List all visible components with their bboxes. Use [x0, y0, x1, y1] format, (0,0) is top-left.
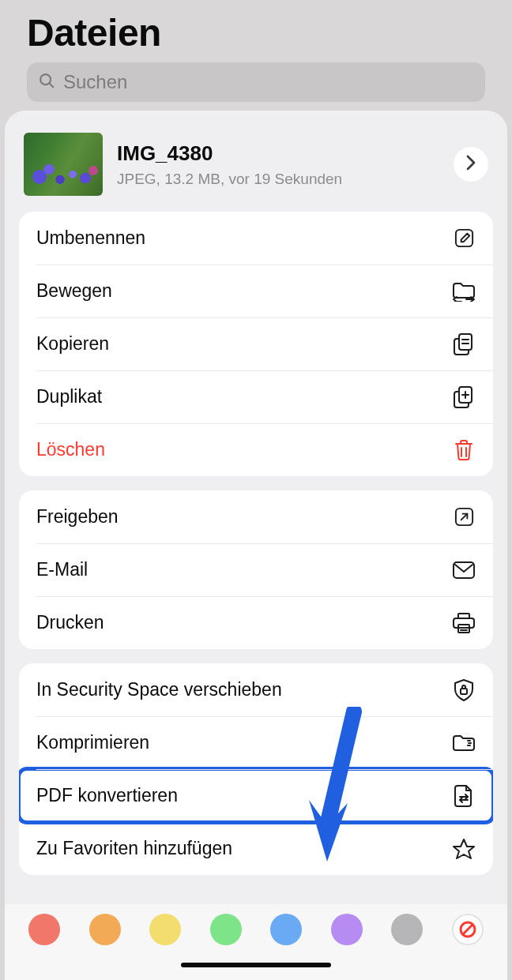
- action-label: E-Mail: [36, 559, 88, 580]
- share-icon: [452, 505, 476, 529]
- chevron-right-icon: [465, 155, 477, 174]
- action-label: Komprimieren: [36, 732, 149, 753]
- action-label: Kopieren: [36, 333, 109, 355]
- tag-color[interactable]: [149, 914, 181, 945]
- svg-rect-15: [454, 618, 474, 628]
- action-row[interactable]: In Security Space verschieben: [19, 663, 493, 716]
- action-row[interactable]: Zu Favoriten hinzufügen: [19, 822, 493, 875]
- tag-color[interactable]: [28, 914, 60, 945]
- action-row[interactable]: Löschen: [19, 423, 493, 476]
- action-label: Duplikat: [36, 386, 102, 407]
- page-title: Dateien: [27, 0, 485, 62]
- action-label: Umbenennen: [36, 227, 145, 249]
- file-name: IMG_4380: [117, 141, 439, 166]
- sheet-bottom: [5, 904, 507, 980]
- tag-color[interactable]: [391, 914, 423, 945]
- action-label: Löschen: [36, 439, 105, 460]
- move-folder-icon: [452, 280, 476, 303]
- action-row[interactable]: E-Mail: [19, 543, 493, 596]
- tag-color[interactable]: [331, 914, 363, 945]
- shield-lock-icon: [452, 678, 476, 702]
- mail-icon: [452, 558, 476, 582]
- action-row[interactable]: Kopieren: [19, 317, 493, 370]
- svg-marker-23: [454, 839, 474, 858]
- file-thumbnail: [24, 133, 103, 196]
- pdf-icon: [452, 784, 476, 808]
- svg-line-25: [463, 925, 472, 934]
- svg-line-1: [50, 84, 54, 88]
- search-placeholder: Suchen: [63, 71, 127, 93]
- action-group: FreigebenE-MailDrucken: [19, 490, 493, 649]
- tag-color-row: [28, 914, 484, 945]
- trash-icon: [452, 438, 476, 462]
- duplicate-doc-icon: [452, 385, 476, 409]
- zip-icon: [452, 731, 476, 755]
- print-icon: [452, 611, 476, 635]
- copy-doc-icon: [452, 332, 476, 356]
- edit-icon: [452, 227, 476, 250]
- action-label: PDF konvertieren: [36, 785, 178, 806]
- svg-rect-2: [455, 230, 472, 246]
- tag-color[interactable]: [210, 914, 242, 945]
- action-group: UmbenennenBewegenKopierenDuplikatLöschen: [19, 212, 493, 476]
- action-row[interactable]: Freigeben: [19, 490, 493, 543]
- search-input[interactable]: Suchen: [27, 62, 485, 102]
- file-header[interactable]: IMG_4380 JPEG, 13.2 MB, vor 19 Sekunden: [19, 128, 493, 212]
- home-indicator: [181, 963, 331, 967]
- action-label: Drucken: [36, 612, 104, 633]
- svg-rect-3: [459, 334, 472, 350]
- action-row[interactable]: Umbenennen: [19, 212, 493, 265]
- svg-rect-13: [454, 562, 474, 578]
- star-icon: [452, 837, 476, 861]
- action-row[interactable]: Komprimieren: [19, 716, 493, 769]
- svg-line-12: [461, 514, 467, 520]
- svg-rect-19: [461, 689, 467, 694]
- action-label: In Security Space verschieben: [36, 679, 282, 700]
- action-row[interactable]: PDF konvertieren: [19, 769, 493, 822]
- tag-color[interactable]: [270, 914, 302, 945]
- file-metadata: JPEG, 13.2 MB, vor 19 Sekunden: [117, 171, 439, 188]
- context-sheet: IMG_4380 JPEG, 13.2 MB, vor 19 Sekunden …: [5, 111, 507, 980]
- action-row[interactable]: Duplikat: [19, 370, 493, 423]
- tag-none[interactable]: [452, 914, 484, 945]
- search-icon: [38, 72, 55, 92]
- action-row[interactable]: Drucken: [19, 596, 493, 649]
- action-group: In Security Space verschiebenKomprimiere…: [19, 663, 493, 875]
- action-label: Bewegen: [36, 280, 112, 302]
- file-disclosure-button[interactable]: [454, 147, 488, 182]
- action-label: Freigeben: [36, 506, 119, 528]
- action-label: Zu Favoriten hinzufügen: [36, 838, 232, 859]
- action-row[interactable]: Bewegen: [19, 265, 493, 317]
- tag-color[interactable]: [89, 914, 121, 945]
